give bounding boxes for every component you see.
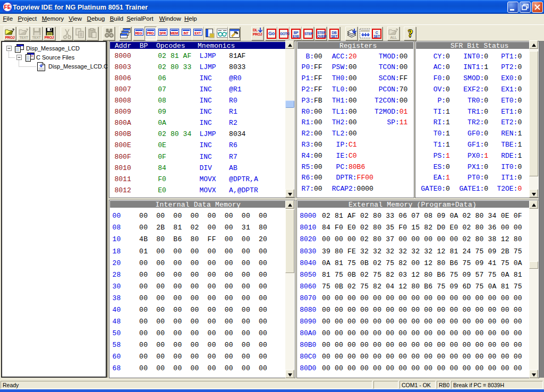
- svg-text:FE: FE: [4, 4, 11, 10]
